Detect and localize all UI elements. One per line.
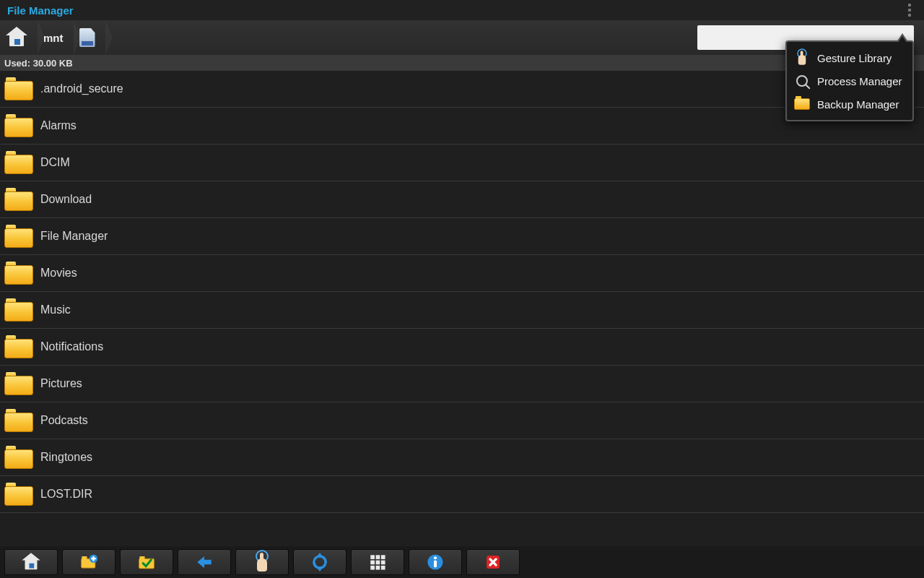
svg-rect-14 <box>376 561 380 565</box>
folder-icon <box>4 335 33 358</box>
svg-rect-16 <box>370 566 375 570</box>
folder-icon <box>4 262 33 285</box>
folder-row[interactable]: Ringtones <box>0 439 924 476</box>
folder-name: DCIM <box>40 156 70 169</box>
folder-icon <box>4 372 33 395</box>
svg-rect-1 <box>82 556 87 559</box>
toolbar-close-button[interactable] <box>466 549 520 575</box>
gesture-icon <box>797 51 808 65</box>
folder-icon <box>4 77 33 100</box>
folder-icon <box>4 225 33 248</box>
magnifier-icon <box>796 75 808 87</box>
folder-name: Movies <box>40 267 77 280</box>
toolbar-gesture-button[interactable] <box>235 549 289 575</box>
svg-rect-15 <box>381 561 385 565</box>
folder-row[interactable]: Podcasts <box>0 402 924 439</box>
sdcard-icon <box>79 28 95 47</box>
bottom-toolbar <box>0 546 924 578</box>
svg-rect-21 <box>434 561 437 568</box>
svg-rect-10 <box>370 555 375 559</box>
title-bar: File Manager <box>0 0 924 20</box>
home-icon <box>6 28 27 47</box>
home-icon <box>22 554 40 570</box>
folder-row[interactable]: Download <box>0 181 924 218</box>
breadcrumb-label: mnt <box>43 32 64 44</box>
folder-icon <box>4 446 33 469</box>
grid-icon <box>368 553 387 571</box>
menu-backup-manager[interactable]: Backup Manager <box>790 92 910 116</box>
folder-icon <box>4 151 33 174</box>
breadcrumb-mnt[interactable]: mnt <box>38 20 74 55</box>
toolbar-newfolder-button[interactable] <box>62 549 116 575</box>
folder-row[interactable]: Notifications <box>0 329 924 366</box>
folder-icon <box>4 409 33 432</box>
svg-rect-6 <box>139 556 144 559</box>
toolbar-refresh-button[interactable] <box>293 549 346 575</box>
file-list[interactable]: .android_secureAlarmsDCIMDownloadFile Ma… <box>0 71 924 546</box>
refresh-icon <box>310 553 329 571</box>
folder-row[interactable]: LOST.DIR <box>0 476 924 513</box>
folder-row[interactable]: Movies <box>0 255 924 292</box>
app-title: File Manager <box>7 4 74 17</box>
storage-used-label: Used: 30.00 KB <box>4 58 73 69</box>
svg-rect-13 <box>370 561 375 565</box>
toolbar-grid-button[interactable] <box>351 549 404 575</box>
menu-gesture-library[interactable]: Gesture Library <box>790 46 910 69</box>
folder-row[interactable]: File Manager <box>0 218 924 255</box>
folder-name: Download <box>40 193 92 206</box>
folder-row[interactable]: Pictures <box>0 366 924 402</box>
breadcrumb-home[interactable] <box>0 20 38 55</box>
toolbar-home-button[interactable] <box>4 549 58 575</box>
breadcrumb-sdcard[interactable] <box>74 20 105 55</box>
folder-check-icon <box>137 553 156 571</box>
arrow-left-icon <box>195 553 214 571</box>
toolbar-select-button[interactable] <box>120 549 173 575</box>
menu-label: Backup Manager <box>817 98 899 111</box>
svg-rect-4 <box>91 558 96 559</box>
folder-icon <box>4 298 33 322</box>
folder-name: Podcasts <box>40 414 88 427</box>
folder-name: LOST.DIR <box>40 488 92 501</box>
overflow-menu-button[interactable] <box>899 0 920 20</box>
svg-rect-18 <box>381 566 385 570</box>
folder-icon <box>4 483 33 506</box>
folder-name: .android_secure <box>40 82 123 95</box>
svg-rect-17 <box>376 566 380 570</box>
svg-point-20 <box>434 556 437 559</box>
overflow-popup: Gesture Library Process Manager Backup M… <box>785 40 914 121</box>
info-icon <box>426 553 445 571</box>
svg-marker-7 <box>197 556 212 568</box>
folder-name: Alarms <box>40 119 77 132</box>
menu-process-manager[interactable]: Process Manager <box>790 69 910 92</box>
folder-name: Pictures <box>40 377 82 390</box>
menu-label: Process Manager <box>817 75 902 87</box>
svg-rect-12 <box>381 555 385 559</box>
menu-label: Gesture Library <box>817 52 892 64</box>
toolbar-back-button[interactable] <box>178 549 231 575</box>
folder-row[interactable]: Music <box>0 292 924 329</box>
gesture-icon <box>255 553 269 571</box>
svg-rect-11 <box>376 555 380 559</box>
folder-icon <box>4 188 33 211</box>
folder-row[interactable]: DCIM <box>0 144 924 181</box>
close-icon <box>484 553 502 571</box>
folder-name: Ringtones <box>40 451 92 464</box>
folder-name: Music <box>40 303 71 316</box>
new-folder-icon <box>79 553 98 571</box>
svg-marker-9 <box>316 567 323 572</box>
folder-name: Notifications <box>40 340 103 353</box>
toolbar-info-button[interactable] <box>409 549 462 575</box>
folder-name: File Manager <box>40 230 108 243</box>
folder-icon <box>794 98 810 110</box>
folder-icon <box>4 114 33 137</box>
